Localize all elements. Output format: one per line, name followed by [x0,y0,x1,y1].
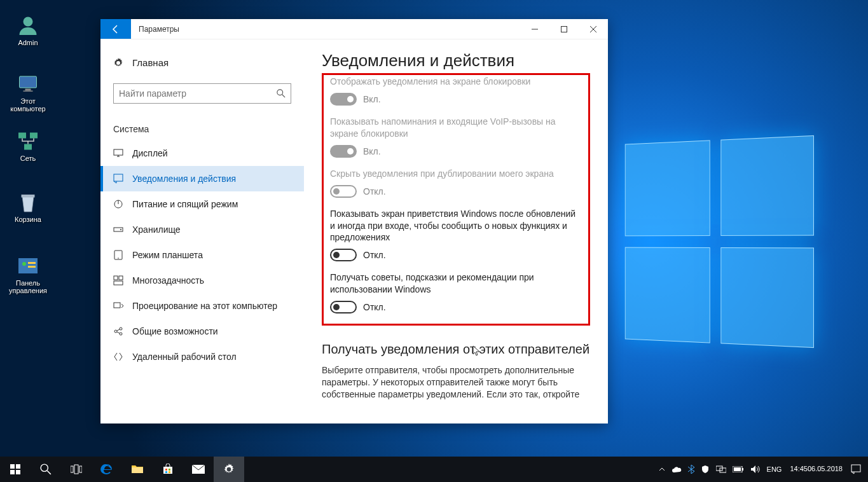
sidebar: Главная Система Дисплей Уведомления и де… [100,39,304,423]
toggle-welcome[interactable] [330,249,357,261]
tray-onedrive-icon[interactable] [668,457,685,482]
setting-label: Показывать напоминания и входящие VoIP-в… [330,116,582,140]
svg-rect-46 [734,467,741,471]
toggle-state: Откл. [363,302,386,312]
content-pane: Уведомления и действия Отображать уведом… [304,39,608,423]
setting-label: Показывать экран приветствия Windows пос… [330,208,582,244]
highlighted-region: Отображать уведомления на экране блокиро… [322,73,590,326]
svg-rect-1 [20,76,37,88]
svg-rect-14 [114,149,123,155]
nav-projecting[interactable]: Проецирование на этот компьютер [100,293,304,319]
desktop-icon-label: Корзина [15,216,41,223]
nav-storage[interactable]: Хранилище [100,217,304,242]
svg-rect-4 [18,133,26,139]
toggle-lockscreen-notif[interactable] [330,93,357,106]
windows-logo-art [625,135,814,348]
nav-notifications[interactable]: Уведомления и действия [100,166,304,191]
nav-shared[interactable]: Общие возможности [100,319,304,344]
titlebar: Параметры [100,19,608,39]
display-icon [113,148,123,158]
desktop-icon-this-pc[interactable]: Этот компьютер [8,72,48,113]
toggle-state: Откл. [363,250,386,260]
desktop-icon-recycle-bin[interactable]: Корзина [8,191,48,223]
desktop-icon-admin[interactable]: Admin [8,14,48,46]
toggle-state: Откл. [363,186,386,196]
tray-action-center-icon[interactable] [848,457,864,482]
project-icon [113,301,123,311]
settings-button[interactable] [214,457,244,482]
tray-date: 06.05.2018 [808,465,843,473]
svg-rect-39 [165,471,167,473]
toggle-voip[interactable] [330,145,357,158]
start-button[interactable] [0,457,31,482]
search-box[interactable] [113,83,291,104]
tray-language[interactable]: ENG [764,457,785,482]
nav-multitask[interactable]: Многозадачность [100,268,304,293]
nav-label: Уведомления и действия [132,174,236,184]
tablet-icon [113,250,123,260]
svg-rect-6 [24,144,32,150]
desktop-icon-network[interactable]: Сеть [8,130,48,162]
home-label: Главная [132,57,169,68]
taskview-button[interactable] [61,457,92,482]
svg-point-25 [114,330,117,333]
svg-rect-15 [114,174,123,181]
desktop-icon-label: Сеть [20,155,36,162]
svg-rect-5 [30,133,38,139]
store-button[interactable] [153,457,183,482]
minimize-button[interactable] [520,19,549,39]
svg-rect-47 [851,465,860,472]
toggle-tips[interactable] [330,301,357,313]
svg-point-26 [120,327,122,330]
taskbar: ENG 14:4506.05.2018 [0,457,868,482]
tray-network-icon[interactable] [713,457,729,482]
desktop-icon-control-panel[interactable]: Панель управления [8,254,48,294]
svg-rect-22 [119,276,123,280]
tray-bluetooth-icon[interactable] [685,457,698,482]
tray-security-icon[interactable] [698,457,713,482]
svg-rect-3 [24,91,33,92]
svg-rect-45 [742,468,743,471]
svg-rect-40 [169,471,170,473]
toggle-hide-dup[interactable] [330,185,357,198]
page-heading: Уведомления и действия [322,51,590,71]
svg-rect-35 [79,466,82,472]
close-button[interactable] [579,19,608,39]
setting-label: Скрыть уведомления при дублировании моег… [330,168,582,180]
desktop-icon-label: Этот компьютер [10,97,45,113]
description-paragraph: Выберите отправителя, чтобы просмотреть … [322,364,590,401]
tray-clock[interactable]: 14:4506.05.2018 [785,457,848,482]
nav-remote[interactable]: Удаленный рабочий стол [100,344,304,369]
toggle-state: Вкл. [363,94,381,104]
svg-point-20 [118,258,119,259]
notification-icon [113,174,123,184]
search-button[interactable] [31,457,61,482]
nav-label: Удаленный рабочий стол [132,352,237,362]
setting-label: Получать советы, подсказки и рекомендаци… [330,272,582,296]
back-button[interactable] [100,19,131,39]
search-input[interactable] [119,88,277,99]
nav-label: Режим планшета [132,250,203,260]
search-icon [277,89,286,98]
nav-display[interactable]: Дисплей [100,141,304,166]
svg-rect-24 [114,303,120,308]
mail-button[interactable] [183,457,214,482]
tray-chevron-icon[interactable] [656,457,668,482]
svg-rect-31 [16,470,20,474]
sidebar-category: Система [100,113,304,141]
edge-button[interactable] [92,457,122,482]
window-title: Параметры [131,19,520,39]
multitask-icon [113,275,123,286]
desktop-icon-label: Панель управления [9,279,47,294]
nav-label: Многозадачность [132,275,204,286]
maximize-button[interactable] [549,19,579,39]
explorer-button[interactable] [122,457,153,482]
nav-label: Проецирование на этот компьютер [132,301,277,311]
tray-volume-icon[interactable] [747,457,764,482]
subheading: Получать уведомления от этих отправителе… [322,342,590,357]
settings-window: Параметры Главная Система Дисплей Уведом… [100,19,608,423]
home-link[interactable]: Главная [100,51,304,74]
tray-battery-icon[interactable] [729,457,747,482]
nav-tablet[interactable]: Режим планшета [100,242,304,268]
nav-power[interactable]: Питание и спящий режим [100,191,304,217]
